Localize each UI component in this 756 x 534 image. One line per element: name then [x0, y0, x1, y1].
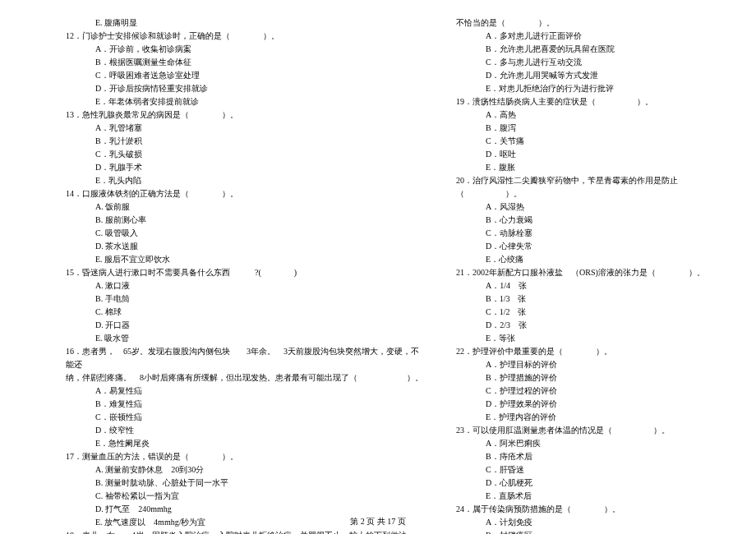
q13-stem: 13．急性乳腺炎最常见的病因是（ ）。: [66, 108, 423, 122]
q19-option: B．腹泻: [456, 122, 723, 135]
q17-option: D. 打气至 240mmhg: [66, 503, 423, 516]
q16-text: 患者男， 65岁。发现右腹股沟内侧包块 3年余。 3天前腹股沟包块突然增大，变硬…: [66, 347, 419, 369]
q22-stem: 22．护理评价中最重要的是（ ）。: [456, 345, 723, 358]
q14-option: B. 服前测心率: [66, 214, 423, 227]
q12-stem: 12．门诊护士安排候诊和就诊时，正确的是（ ）。: [66, 30, 423, 43]
q20-option: A．风湿热: [456, 200, 723, 214]
q19-option: C．关节痛: [456, 135, 723, 148]
q21-option: C．1/2 张: [456, 306, 723, 319]
q14-option: C. 吸管吸入: [66, 227, 423, 240]
q17-num: 17．: [66, 452, 82, 461]
q16-option: B．难复性疝: [66, 398, 423, 411]
q22-num: 22．: [456, 347, 472, 356]
q17-text: 测量血压的方法，错误的是（ ）。: [82, 452, 238, 461]
q15-text: 昏迷病人进行漱口时不需要具备什么东西 ?( ): [82, 268, 297, 277]
q22-option: A．护理目标的评价: [456, 358, 723, 371]
q12-num: 12．: [66, 31, 82, 40]
q21-stem: 21．2002年新配方口服补液盐 （ORS)溶液的张力是（ ）。: [456, 266, 723, 279]
q20-option: D．心律失常: [456, 240, 723, 253]
q18-option: C．多与患儿进行互动交流: [456, 56, 723, 69]
q23-option: C．肝昏迷: [456, 463, 723, 476]
q13-num: 13．: [66, 110, 82, 119]
q22-text: 护理评价中最重要的是（ ）。: [472, 347, 612, 356]
q14-num: 14．: [66, 189, 82, 198]
q17-option: B. 测量时肱动脉、心脏处于同一水平: [66, 476, 423, 490]
q21-option: D．2/3 张: [456, 319, 723, 332]
q21-text: 2002年新配方口服补液盐 （ORS)溶液的张力是（ ）。: [472, 268, 705, 277]
q15-stem: 15．昏迷病人进行漱口时不需要具备什么东西 ?( ): [66, 266, 423, 279]
q24-text: 属于传染病预防措施的是（ ）。: [472, 504, 620, 513]
q24-option: B．封锁疫区: [456, 529, 723, 534]
q21-option: E．等张: [456, 332, 723, 345]
q23-option: B．痔疮术后: [456, 450, 723, 463]
q12-option: E．年老体弱者安排提前就诊: [66, 95, 423, 108]
q19-option: D．呕吐: [456, 148, 723, 161]
q18-cont: 不恰当的是（ ）。: [456, 16, 723, 30]
q16-option: A．易复性疝: [66, 384, 423, 398]
q16-stem: 16．患者男， 65岁。发现右腹股沟内侧包块 3年余。 3天前腹股沟包块突然增大…: [66, 345, 423, 371]
q22-option: C．护理过程的评价: [456, 384, 723, 398]
q12-option: C．呼吸困难者送急诊室处理: [66, 69, 423, 82]
q16-num: 16．: [66, 347, 82, 356]
q18-num: 18．: [66, 531, 82, 534]
q17-stem: 17．测量血压的方法，错误的是（ ）。: [66, 450, 423, 463]
q18-option: E．对患儿拒绝治疗的行为进行批评: [456, 82, 723, 95]
q19-num: 19．: [456, 97, 472, 106]
q12-option: D．开诊后按病情轻重安排就诊: [66, 82, 423, 95]
q24-stem: 24．属于传染病预防措施的是（ ）。: [456, 503, 723, 516]
q17-option: A. 测量前安静休息 20到30分: [66, 463, 423, 476]
q13-option: B．乳汁淤积: [66, 135, 423, 148]
q14-option: A. 饭前服: [66, 200, 423, 214]
q14-stem: 14．口服液体铁剂的正确方法是（ ）。: [66, 187, 423, 200]
q23-option: D．心肌梗死: [456, 476, 723, 490]
q20-stem: 20．治疗风湿性二尖瓣狭窄药物中，苄星青霉素的作用是防止（ ）。: [456, 174, 723, 200]
q23-option: A．阿米巴痢疾: [456, 437, 723, 450]
q20-option: B．心力衰竭: [456, 214, 723, 227]
q19-text: 溃疡性结肠炎病人主要的症状是（ ）。: [472, 97, 653, 106]
q15-option: E. 吸水管: [66, 332, 423, 345]
q18-option: B．允许患儿把喜爱的玩具留在医院: [456, 43, 723, 56]
q16-stem2: 纳，伴剧烈疼痛。 8小时后疼痛有所缓解，但出现发热。患者最有可能出现了（ ）。: [66, 371, 423, 384]
q18-stem: 18．患儿，女， 4岁。因肺炎入院治疗。入院时患儿拒绝治疗，并哭闹不止，护士的下…: [66, 529, 423, 534]
q18-option: A．多对患儿进行正面评价: [456, 30, 723, 43]
page-footer: 第 2 页 共 17 页: [0, 516, 756, 527]
q14-option: D. 茶水送服: [66, 240, 423, 253]
q15-option: B. 手电筒: [66, 292, 423, 306]
q19-option: A．高热: [456, 108, 723, 122]
q21-option: A．1/4 张: [456, 279, 723, 292]
q14-option: E. 服后不宜立即饮水: [66, 253, 423, 266]
q15-option: A. 漱口液: [66, 279, 423, 292]
q14-text: 口服液体铁剂的正确方法是（ ）。: [82, 189, 238, 198]
q24-num: 24．: [456, 504, 472, 513]
q21-num: 21．: [456, 268, 472, 277]
q22-option: B．护理措施的评价: [456, 371, 723, 384]
q23-text: 可以使用肛温测量患者体温的情况是（ ）。: [472, 426, 670, 435]
q15-num: 15．: [66, 268, 82, 277]
q19-stem: 19．溃疡性结肠炎病人主要的症状是（ ）。: [456, 95, 723, 108]
q22-option: D．护理效果的评价: [456, 398, 723, 411]
page-content: E. 腹痛明显 12．门诊护士安排候诊和就诊时，正确的是（ ）。 A．开诊前，收…: [0, 0, 756, 534]
q17-option: C. 袖带松紧以一指为宜: [66, 490, 423, 503]
q13-option: C．乳头破损: [66, 148, 423, 161]
right-column: 不恰当的是（ ）。 A．多对患儿进行正面评价 B．允许患儿把喜爱的玩具留在医院 …: [440, 16, 723, 534]
left-column: E. 腹痛明显 12．门诊护士安排候诊和就诊时，正确的是（ ）。 A．开诊前，收…: [66, 16, 440, 534]
q15-option: C. 棉球: [66, 306, 423, 319]
q12-option: A．开诊前，收集初诊病案: [66, 43, 423, 56]
q13-option: E．乳头内陷: [66, 174, 423, 187]
q19-option: E．腹胀: [456, 161, 723, 174]
q23-num: 23．: [456, 426, 472, 435]
q18-text: 患儿，女， 4岁。因肺炎入院治疗。入院时患儿拒绝治疗，并哭闹不止，护士的下列做法…: [82, 531, 415, 534]
q18-option: D．允许患儿用哭喊等方式发泄: [456, 69, 723, 82]
q12-text: 门诊护士安排候诊和就诊时，正确的是（ ）。: [82, 31, 279, 40]
q11-option-e: E. 腹痛明显: [66, 16, 423, 30]
q22-option: E．护理内容的评价: [456, 411, 723, 424]
q20-text: 治疗风湿性二尖瓣狭窄药物中，苄星青霉素的作用是防止（ ）。: [456, 176, 678, 198]
q23-option: E．直肠术后: [456, 490, 723, 503]
q21-option: B．1/3 张: [456, 292, 723, 306]
q12-option: B．根据医嘱测量生命体征: [66, 56, 423, 69]
q16-option: C．嵌顿性疝: [66, 411, 423, 424]
q13-option: A．乳管堵塞: [66, 122, 423, 135]
q20-num: 20．: [456, 176, 472, 185]
q13-text: 急性乳腺炎最常见的病因是（ ）。: [82, 110, 238, 119]
q20-option: E．心绞痛: [456, 253, 723, 266]
